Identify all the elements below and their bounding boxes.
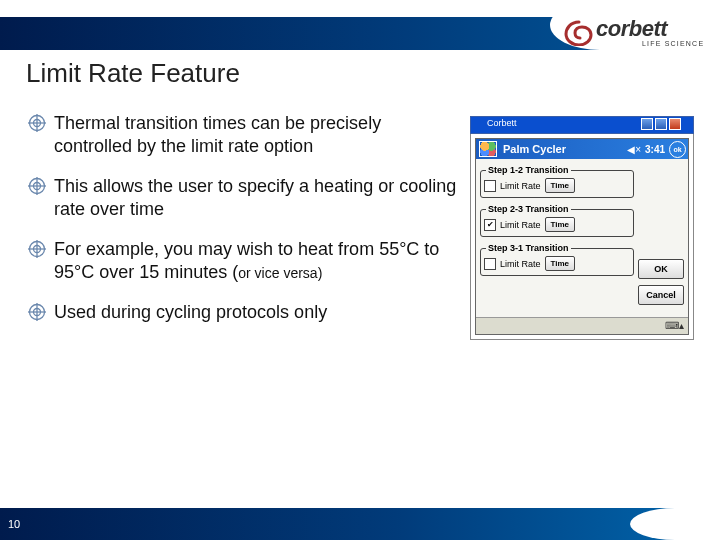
limit-rate-label: Limit Rate bbox=[500, 259, 541, 269]
limit-rate-checkbox[interactable] bbox=[484, 219, 496, 231]
bullet-list: Thermal transition times can be precisel… bbox=[28, 112, 458, 342]
bullet-text: For example, you may wish to heat from 5… bbox=[54, 238, 458, 283]
time-button[interactable]: Time bbox=[545, 256, 576, 271]
group-step-2-3: Step 2-3 Transition Limit Rate Time bbox=[480, 204, 634, 237]
bullet-text: Used during cycling protocols only bbox=[54, 301, 327, 324]
time-button[interactable]: Time bbox=[545, 217, 576, 232]
footer-pill bbox=[630, 508, 720, 540]
limit-rate-label: Limit Rate bbox=[500, 181, 541, 191]
bullet-item: For example, you may wish to heat from 5… bbox=[28, 238, 458, 283]
target-bullet-icon bbox=[28, 114, 46, 132]
logo-subtitle: LIFE SCIENCE bbox=[642, 40, 704, 47]
cancel-button[interactable]: Cancel bbox=[638, 285, 684, 305]
time-button[interactable]: Time bbox=[545, 178, 576, 193]
group-step-1-2: Step 1-2 Transition Limit Rate Time bbox=[480, 165, 634, 198]
group-step-3-1: Step 3-1 Transition Limit Rate Time bbox=[480, 243, 634, 276]
target-bullet-icon bbox=[28, 177, 46, 195]
pda-ok-circle-button[interactable]: ok bbox=[669, 141, 686, 158]
footer-band: 10 bbox=[0, 508, 720, 540]
slide-title: Limit Rate Feature bbox=[26, 58, 240, 89]
pda-window-screenshot: Corbett Palm Cycler ◀× 3:41 ok bbox=[470, 116, 694, 340]
target-bullet-icon bbox=[28, 240, 46, 258]
window-titlebar: Corbett bbox=[470, 116, 694, 134]
keyboard-icon[interactable]: ⌨▴ bbox=[665, 320, 684, 331]
bullet-text: Thermal transition times can be precisel… bbox=[54, 112, 458, 157]
limit-rate-checkbox[interactable] bbox=[484, 258, 496, 270]
minimize-icon[interactable] bbox=[641, 118, 653, 130]
maximize-icon[interactable] bbox=[655, 118, 667, 130]
page-number: 10 bbox=[8, 518, 20, 530]
pda-top-bar: Palm Cycler ◀× 3:41 ok bbox=[476, 139, 688, 159]
windows-flag-icon[interactable] bbox=[479, 141, 497, 157]
speaker-icon[interactable]: ◀× bbox=[627, 144, 641, 155]
window-title-text: Corbett bbox=[487, 118, 517, 128]
limit-rate-checkbox[interactable] bbox=[484, 180, 496, 192]
bullet-text: This allows the user to specify a heatin… bbox=[54, 175, 458, 220]
pda-device: Palm Cycler ◀× 3:41 ok Step 1-2 Transiti… bbox=[475, 138, 689, 335]
limit-rate-label: Limit Rate bbox=[500, 220, 541, 230]
ok-button[interactable]: OK bbox=[638, 259, 684, 279]
brand-logo: corbett LIFE SCIENCE bbox=[552, 18, 712, 48]
group-legend: Step 3-1 Transition bbox=[486, 243, 571, 253]
logo-brand-text: corbett bbox=[596, 16, 667, 42]
pda-clock: 3:41 bbox=[645, 144, 665, 155]
close-icon[interactable] bbox=[669, 118, 681, 130]
group-legend: Step 1-2 Transition bbox=[486, 165, 571, 175]
target-bullet-icon bbox=[28, 303, 46, 321]
pda-footer-bar: ⌨▴ bbox=[476, 317, 688, 334]
bullet-item: Used during cycling protocols only bbox=[28, 301, 458, 324]
logo-swirl-icon bbox=[564, 20, 594, 46]
pda-app-title: Palm Cycler bbox=[503, 143, 566, 155]
group-legend: Step 2-3 Transition bbox=[486, 204, 571, 214]
bullet-item: This allows the user to specify a heatin… bbox=[28, 175, 458, 220]
bullet-item: Thermal transition times can be precisel… bbox=[28, 112, 458, 157]
